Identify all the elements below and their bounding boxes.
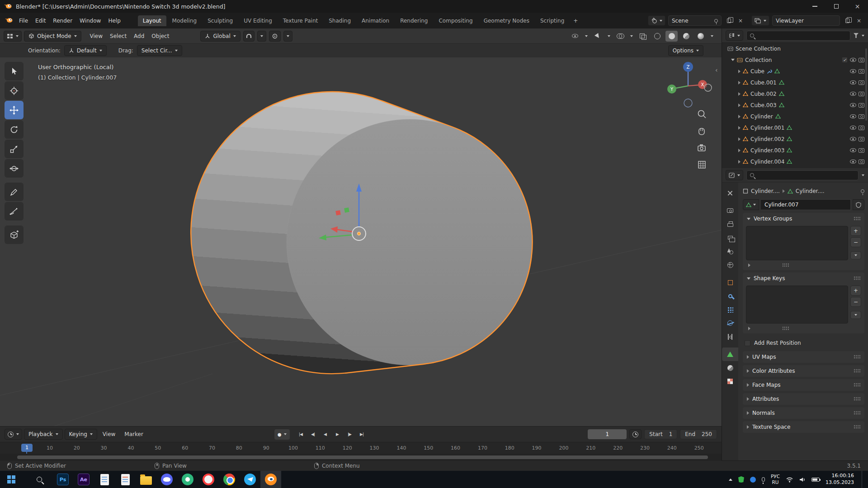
use-preview-range-toggle[interactable] [629, 429, 642, 439]
expand-icon[interactable] [738, 81, 741, 84]
tab-tool[interactable] [722, 186, 738, 200]
workspace-tab[interactable]: Scripting [535, 15, 569, 26]
tray-expand-icon[interactable] [729, 479, 732, 481]
minimize-button[interactable] [804, 0, 826, 13]
editor-type-button[interactable] [4, 31, 22, 42]
taskbar-blender[interactable] [260, 471, 281, 488]
object-name[interactable]: Cylinder.002 [750, 136, 784, 142]
collapsed-section-header[interactable]: Attributes [743, 393, 864, 405]
taskbar-notepad[interactable] [94, 471, 115, 488]
collapsed-section-header[interactable]: Texture Space [743, 421, 864, 433]
workspace-tab[interactable]: Texture Paint [278, 15, 323, 26]
collection-label[interactable]: Collection [745, 57, 772, 63]
move-tool[interactable] [5, 101, 24, 119]
taskbar-app-red[interactable] [198, 471, 219, 488]
panel-grip-icon[interactable] [854, 397, 860, 401]
marker-menu[interactable]: Marker [121, 430, 146, 439]
axis-neg-z-bubble[interactable] [684, 99, 692, 107]
taskbar-explorer[interactable] [136, 471, 156, 488]
object-name[interactable]: Cube.001 [750, 80, 777, 86]
outliner-object-row[interactable]: Cube.002 [722, 88, 868, 99]
options-button[interactable]: Options [668, 45, 703, 56]
panel-grip-icon[interactable] [854, 355, 860, 359]
timeline-scrollbar-thumb[interactable] [17, 455, 708, 459]
outliner-object-row[interactable]: Cylinder.002 [722, 133, 868, 145]
start-button[interactable] [1, 471, 22, 488]
snap-toggle[interactable] [243, 31, 255, 42]
taskbar-after-effects[interactable]: Ae [73, 471, 94, 488]
outliner-object-row[interactable]: Cube [722, 66, 868, 77]
mode-selector[interactable]: Object Mode [24, 31, 81, 42]
end-frame-field[interactable]: End 250 [680, 429, 717, 439]
tab-physics[interactable] [722, 316, 738, 330]
outliner-scrollbar[interactable] [865, 48, 867, 121]
pin-icon[interactable] [714, 19, 718, 23]
playback-menu[interactable]: Playback [24, 429, 63, 440]
outliner-search-input[interactable] [757, 33, 847, 39]
render-visibility-icon[interactable] [859, 80, 864, 85]
hide-toggle-icon[interactable] [850, 103, 856, 107]
pin-id-icon[interactable] [861, 189, 864, 193]
taskbar-document[interactable] [115, 471, 136, 488]
add-workspace-button[interactable]: + [570, 15, 581, 26]
view-menu[interactable]: View [99, 430, 119, 439]
properties-editor-type-button[interactable] [726, 170, 743, 180]
tab-view-layer[interactable] [722, 231, 738, 244]
collapsed-section-header[interactable]: Face Maps [743, 379, 864, 391]
hide-toggle-icon[interactable] [850, 148, 856, 152]
viewlayer-name[interactable]: ViewLayer [776, 18, 804, 24]
hide-toggle-icon[interactable] [850, 114, 856, 118]
scene-selector-icon[interactable] [648, 15, 665, 26]
3d-viewport[interactable]: User Orthographic (Local) (1) Collection… [0, 57, 722, 426]
overlap-spheres-toggle[interactable] [614, 31, 626, 42]
current-frame-marker[interactable]: 1 [21, 444, 33, 452]
workspace-tab[interactable]: Sculpting [203, 15, 238, 26]
outliner-object-row[interactable]: Cylinder.001 [722, 122, 868, 133]
workspace-tab[interactable]: Modeling [167, 15, 202, 26]
panel-grip-icon[interactable] [854, 369, 860, 373]
jump-to-next-keyframe-button[interactable]: |▶ [344, 429, 355, 440]
viewport-menu-item[interactable]: Object [148, 32, 173, 41]
menu-item[interactable]: Render [49, 16, 76, 25]
viewlayer-selector-icon[interactable] [751, 15, 769, 26]
battery-icon[interactable] [811, 478, 820, 482]
antivirus-tray-icon[interactable] [738, 476, 744, 483]
scene-collection-label[interactable]: Scene Collection [736, 46, 781, 52]
remove-shape-key-button[interactable]: − [850, 297, 861, 307]
panel-grip-icon[interactable] [854, 425, 860, 429]
wifi-icon[interactable] [786, 477, 793, 483]
tab-constraints[interactable] [722, 330, 738, 343]
xray-toggle[interactable] [637, 31, 649, 42]
render-visibility-icon[interactable] [859, 137, 864, 141]
hide-toggle-icon[interactable] [850, 69, 856, 73]
workspace-tab[interactable]: Animation [357, 15, 394, 26]
render-visibility-icon[interactable] [859, 69, 864, 74]
tab-output[interactable] [722, 217, 738, 231]
jump-to-prev-keyframe-button[interactable]: ◀| [307, 429, 319, 440]
expand-icon[interactable] [738, 70, 741, 73]
expand-icon[interactable] [738, 92, 741, 96]
workspace-tab[interactable]: Geometry Nodes [479, 15, 534, 26]
expand-icon[interactable] [738, 115, 741, 118]
shape-key-specials-button[interactable] [850, 311, 861, 319]
vertex-groups-header[interactable]: Vertex Groups [743, 213, 864, 225]
vertex-group-specials-button[interactable] [850, 251, 861, 259]
viewport-menu-item[interactable]: Select [106, 32, 130, 41]
cursor-tool[interactable] [5, 81, 24, 100]
render-visibility-icon[interactable] [859, 114, 864, 119]
close-button[interactable]: × [847, 0, 868, 13]
cylinder-object[interactable] [191, 92, 533, 374]
play-reverse-button[interactable]: ◀ [320, 429, 331, 440]
breadcrumb-data[interactable]: Cylinder.... [796, 188, 825, 194]
taskbar-clock[interactable]: 16:00:16 13.05.2023 [826, 473, 854, 486]
expand-icon[interactable] [738, 149, 741, 152]
annotate-tool[interactable] [5, 183, 24, 201]
current-frame-field[interactable]: 1 [588, 429, 627, 439]
tab-object[interactable] [722, 276, 738, 289]
resize-grip-icon[interactable] [782, 263, 789, 267]
fake-user-toggle[interactable] [853, 199, 864, 210]
scene-collection-row[interactable]: Scene Collection [722, 43, 868, 54]
blender-menu-icon[interactable] [5, 17, 13, 24]
new-viewlayer-button[interactable] [843, 16, 852, 25]
taskbar-photoshop[interactable]: Ps [52, 471, 73, 488]
